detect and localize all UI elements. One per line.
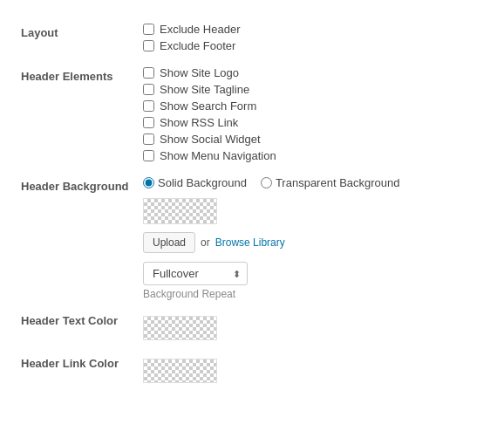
header-text-color-label: Header Text Color [21,305,143,348]
transparent-bg-text: Transparent Background [276,176,400,189]
solid-bg-label[interactable]: Solid Background [143,176,247,189]
browse-library-link[interactable]: Browse Library [215,236,285,249]
header-background-field: Solid Background Transparent Background … [143,171,483,305]
bg-repeat-label: Background Repeat [143,288,483,300]
bg-checker [143,198,217,224]
exclude-header-label[interactable]: Exclude Header [160,23,241,36]
solid-bg-radio[interactable] [143,177,154,188]
bg-preview-block [143,198,483,227]
show-search-form-label[interactable]: Show Search Form [160,99,256,113]
show-menu-navigation-label[interactable]: Show Menu Navigation [160,149,276,162]
header-background-label: Header Background [21,171,143,305]
show-search-form-row: Show Search Form [143,99,483,113]
header-text-checker [143,316,217,340]
show-site-tagline-label[interactable]: Show Site Tagline [160,83,249,96]
header-elements-field: Show Site Logo Show Site Tagline Show Se… [143,61,483,171]
solid-bg-text: Solid Background [158,176,247,189]
background-type-row: Solid Background Transparent Background [143,176,483,189]
show-site-logo-row: Show Site Logo [143,66,483,79]
exclude-footer-checkbox[interactable] [143,40,154,51]
upload-row: Upload or Browse Library [143,232,483,253]
or-text: or [201,236,210,249]
exclude-footer-row: Exclude Footer [143,39,483,52]
show-site-tagline-checkbox[interactable] [143,84,154,95]
show-rss-link-row: Show RSS Link [143,116,483,129]
show-site-tagline-row: Show Site Tagline [143,83,483,96]
header-link-color-preview [143,359,483,386]
show-social-widget-checkbox[interactable] [143,133,154,145]
header-link-checker [143,359,217,383]
layout-label: Layout [21,17,143,61]
show-site-logo-label[interactable]: Show Site Logo [160,66,239,79]
show-rss-link-label[interactable]: Show RSS Link [160,116,238,129]
transparent-bg-radio[interactable] [261,177,272,188]
header-link-color-label: Header Link Color [21,348,143,391]
show-search-form-checkbox[interactable] [143,100,154,112]
fullcover-select-wrapper: Fullcover No Repeat Repeat Repeat X Repe… [143,262,248,285]
header-elements-label: Header Elements [21,61,143,171]
upload-button[interactable]: Upload [143,232,195,253]
fullcover-select[interactable]: Fullcover No Repeat Repeat Repeat X Repe… [143,262,248,285]
header-link-color-field [143,348,483,391]
exclude-footer-label[interactable]: Exclude Footer [160,39,235,52]
layout-field: Exclude Header Exclude Footer [143,17,483,61]
transparent-bg-label[interactable]: Transparent Background [261,176,400,189]
show-menu-navigation-row: Show Menu Navigation [143,149,483,162]
show-menu-navigation-checkbox[interactable] [143,150,154,161]
show-social-widget-row: Show Social Widget [143,133,483,146]
show-rss-link-checkbox[interactable] [143,117,154,128]
exclude-header-row: Exclude Header [143,23,483,36]
header-text-color-field [143,305,483,348]
show-site-logo-checkbox[interactable] [143,67,154,79]
show-social-widget-label[interactable]: Show Social Widget [160,133,261,146]
header-text-color-preview [143,316,483,343]
exclude-header-checkbox[interactable] [143,24,154,35]
